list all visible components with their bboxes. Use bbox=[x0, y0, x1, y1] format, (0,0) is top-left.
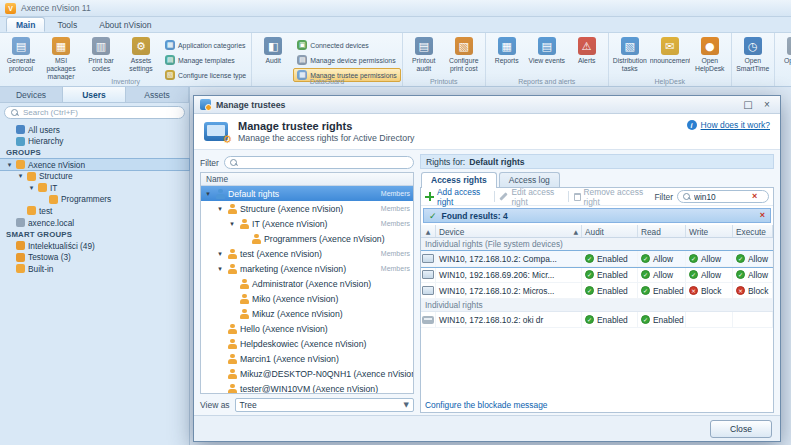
expand-arrow-icon[interactable]: ▾ bbox=[228, 220, 236, 228]
rights-filter-input[interactable] bbox=[694, 192, 749, 202]
trustee-row-default-rights[interactable]: ▾Default rightsMembers bbox=[201, 186, 413, 201]
sort-column-header[interactable]: ▲ bbox=[421, 225, 436, 237]
read-column-header[interactable]: Read bbox=[638, 225, 686, 237]
members-badge[interactable]: Members bbox=[381, 265, 410, 272]
trustee-row-it-axence-nvision[interactable]: ▾IT (Axence nVision)Members bbox=[201, 216, 413, 231]
expand-arrow-icon[interactable]: ▾ bbox=[216, 250, 224, 258]
trustee-row-structure-axence-nvision[interactable]: ▾Structure (Axence nVision)Members bbox=[201, 201, 413, 216]
ribbon-button-configure-print-cost[interactable]: ▧Configure print cost bbox=[444, 35, 484, 73]
ribbon-button-distribution-tasks[interactable]: ▧Distribution tasks bbox=[610, 35, 650, 73]
device-column-header[interactable]: Device▲ bbox=[436, 225, 582, 237]
sidebar-item-hierarchy[interactable]: Hierarchy bbox=[0, 136, 189, 148]
expand-arrow-icon[interactable]: ▾ bbox=[216, 205, 224, 213]
ribbon-button-print-bar-codes[interactable]: ▥Print bar codes bbox=[81, 35, 121, 73]
rights-row[interactable]: WIN10, 172.168.10.2: oki dr✓Enabled✓Enab… bbox=[421, 312, 773, 328]
sidebar-item-built-in[interactable]: Built-in bbox=[0, 263, 189, 275]
trustee-row-mikuz-axence-nvision[interactable]: Mikuz (Axence nVision) bbox=[201, 306, 413, 321]
expand-arrow-icon[interactable]: ▾ bbox=[216, 265, 224, 273]
tab-assets[interactable]: Assets bbox=[126, 87, 189, 102]
expand-arrow-icon[interactable]: ▾ bbox=[204, 190, 212, 198]
ribbon-button-announcements[interactable]: ✉Announcements bbox=[650, 35, 690, 65]
maximize-icon[interactable]: □ bbox=[741, 98, 755, 112]
sidebar-item-intelektuali-ci-49[interactable]: Intelektualiści (49) bbox=[0, 240, 189, 252]
sidebar-item-smart-groups[interactable]: SMART GROUPS bbox=[0, 228, 189, 240]
close-icon[interactable]: × bbox=[760, 98, 774, 112]
clear-filter-icon[interactable]: × bbox=[752, 192, 757, 201]
group-icon bbox=[27, 172, 36, 181]
execute-column-header[interactable]: Execute bbox=[733, 225, 773, 237]
a-cell: ✓Enabled bbox=[582, 267, 638, 282]
sidebar-item-all-users[interactable]: All users bbox=[0, 124, 189, 136]
edit-access-right-button[interactable]: Edit access right bbox=[499, 187, 562, 207]
trustee-row-marcin1-axence-nvision[interactable]: Marcin1 (Axence nVision) bbox=[201, 351, 413, 366]
user-icon bbox=[227, 339, 237, 349]
sidebar-item-programmers[interactable]: Programmers bbox=[0, 194, 189, 206]
rights-filter-input-box[interactable]: × bbox=[677, 190, 769, 203]
remove-access-right-button[interactable]: Remove access right bbox=[574, 187, 650, 207]
ribbon-button-open-helpdesk[interactable]: ●Open HelpDesk bbox=[690, 35, 730, 73]
sidebar-item-groups[interactable]: GROUPS bbox=[0, 147, 189, 159]
rights-row[interactable]: WIN10, 192.168.69.206: Micr...✓Enabled✓A… bbox=[421, 267, 773, 283]
members-badge[interactable]: Members bbox=[381, 220, 410, 227]
sidebar-item-testowa-3[interactable]: Testowa (3) bbox=[0, 252, 189, 264]
members-badge[interactable]: Members bbox=[381, 190, 410, 197]
menu-tab-about-nvision[interactable]: About nVision bbox=[89, 17, 161, 32]
trustee-row-programmers-axence-nvision[interactable]: Programmers (Axence nVision) bbox=[201, 231, 413, 246]
tree-column-header[interactable]: Name bbox=[201, 173, 413, 186]
ribbon-button-options[interactable]: ⚙Options bbox=[776, 35, 791, 65]
close-banner-icon[interactable]: × bbox=[760, 211, 765, 220]
tab-users[interactable]: Users bbox=[63, 87, 126, 102]
group-icon bbox=[38, 183, 47, 192]
view-as-select[interactable]: Tree ▼ bbox=[235, 398, 414, 412]
ribbon-button-msi-packages-manager[interactable]: ▦MSI packages manager bbox=[41, 35, 81, 80]
rights-row[interactable]: WIN10, 172.168.10.2: Compa...✓Enabled✓Al… bbox=[421, 251, 773, 267]
members-badge[interactable]: Members bbox=[381, 205, 410, 212]
ribbon-button-manage-device-permissions[interactable]: ▤Manage device permissions bbox=[293, 53, 401, 67]
ribbon-button-audit[interactable]: ◧Audit bbox=[253, 35, 293, 65]
ribbon-button-manage-templates[interactable]: ▤Manage templates bbox=[161, 53, 250, 67]
ribbon-button-connected-devices[interactable]: ▣Connected devices bbox=[293, 38, 401, 52]
ribbon-group-misc: ⚙Options bbox=[775, 33, 791, 86]
trustee-label: tester@WIN10VM (Axence nVision) bbox=[240, 384, 378, 394]
trustee-row-tester-win10vm-axence-nvision[interactable]: tester@WIN10VM (Axence nVision) bbox=[201, 381, 413, 393]
audit-column-header[interactable]: Audit bbox=[582, 225, 638, 237]
expand-arrow-icon[interactable]: ▾ bbox=[17, 172, 24, 180]
sidebar-item-structure[interactable]: ▾Structure bbox=[0, 170, 189, 182]
sidebar-item-test[interactable]: test bbox=[0, 205, 189, 217]
close-button[interactable]: Close bbox=[710, 420, 772, 438]
write-column-header[interactable]: Write bbox=[686, 225, 733, 237]
menu-tab-tools[interactable]: Tools bbox=[47, 17, 87, 32]
configure-blockade-link[interactable]: Configure the blockade message bbox=[425, 400, 547, 410]
trustee-row-hello-axence-nvision[interactable]: Hello (Axence nVision) bbox=[201, 321, 413, 336]
ribbon-button-generate-protocol[interactable]: ▤Generate protocol bbox=[1, 35, 41, 73]
add-access-right-button[interactable]: Add access right bbox=[425, 187, 489, 207]
menu-tab-main[interactable]: Main bbox=[6, 17, 45, 32]
members-badge[interactable]: Members bbox=[381, 250, 410, 257]
ribbon-button-printout-audit[interactable]: ▤Printout audit bbox=[404, 35, 444, 73]
trustee-row-mikuz-desktop-n0qnh1-axence-nvision[interactable]: Mikuz@DESKTOP-N0QNH1 (Axence nVision) bbox=[201, 366, 413, 381]
trustee-row-test-axence-nvision[interactable]: ▾test (Axence nVision)Members bbox=[201, 246, 413, 261]
trustee-row-marketing-axence-nvision[interactable]: ▾marketing (Axence nVision)Members bbox=[201, 261, 413, 276]
ribbon-button-open-smarttime[interactable]: ◷Open SmartTime bbox=[733, 35, 773, 73]
ribbon-button-application-categories[interactable]: ▦Application categories bbox=[161, 38, 250, 52]
tab-devices[interactable]: Devices bbox=[0, 87, 63, 102]
sidebar-item-it[interactable]: ▾IT bbox=[0, 182, 189, 194]
ribbon-button-view-events[interactable]: ▤View events bbox=[527, 35, 567, 65]
search-input[interactable] bbox=[23, 108, 163, 117]
rights-row[interactable]: WIN10, 172.168.10.2: Micros...✓Enabled✓E… bbox=[421, 283, 773, 299]
sidebar-item-axence-nvision[interactable]: ▾Axence nVision bbox=[0, 159, 189, 171]
sidebar-search[interactable] bbox=[4, 106, 185, 119]
trustee-filter-input-box[interactable] bbox=[224, 156, 414, 169]
trustee-filter-input[interactable] bbox=[242, 158, 408, 168]
sidebar-item-axence-local[interactable]: axence.local bbox=[0, 217, 189, 229]
ribbon-button-reports[interactable]: ▦Reports bbox=[487, 35, 527, 65]
ribbon-button-assets-settings[interactable]: ⚙Assets settings bbox=[121, 35, 161, 73]
expand-arrow-icon[interactable]: ▾ bbox=[6, 161, 13, 169]
how-does-it-work-link[interactable]: How does it work? bbox=[701, 120, 770, 130]
expand-arrow-icon[interactable]: ▾ bbox=[28, 184, 35, 192]
tab-access-rights[interactable]: Access rights bbox=[421, 172, 497, 188]
trustee-row-helpdeskowiec-axence-nvision[interactable]: Helpdeskowiec (Axence nVision) bbox=[201, 336, 413, 351]
trustee-row-administrator-axence-nvision[interactable]: Administrator (Axence nVision) bbox=[201, 276, 413, 291]
trustee-row-miko-axence-nvision[interactable]: Miko (Axence nVision) bbox=[201, 291, 413, 306]
ribbon-button-alerts[interactable]: ⚠Alerts bbox=[567, 35, 607, 65]
